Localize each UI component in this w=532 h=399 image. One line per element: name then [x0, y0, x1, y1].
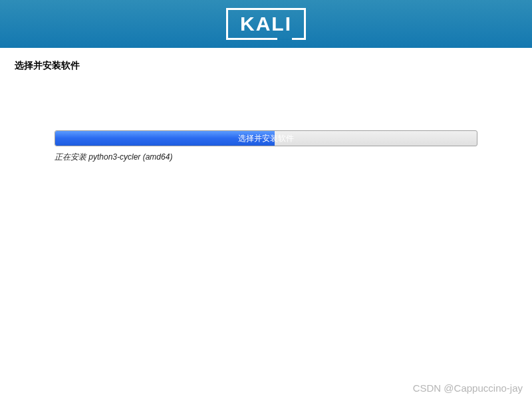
kali-logo: KALI: [226, 8, 306, 40]
watermark-text: CSDN @Cappuccino-jay: [413, 382, 523, 394]
logo-text: KALI: [240, 13, 292, 35]
install-status-text: 正在安装 python3-cycler (amd64): [55, 152, 477, 163]
progress-bar: 选择并安装软件: [55, 130, 477, 146]
page-title: 选择并安装软件: [15, 60, 517, 72]
progress-label: 选择并安装软件: [238, 133, 294, 144]
progress-section: 选择并安装软件 正在安装 python3-cycler (amd64): [15, 130, 517, 163]
installer-header: KALI: [0, 0, 532, 48]
content-area: 选择并安装软件 选择并安装软件 正在安装 python3-cycler (amd…: [0, 48, 532, 175]
